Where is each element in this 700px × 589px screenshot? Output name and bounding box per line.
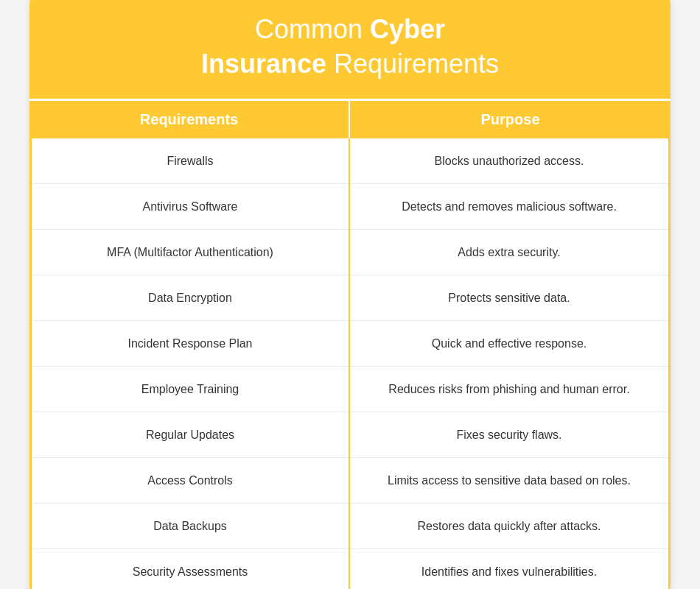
card-title: Common CyberInsurance Requirements xyxy=(59,13,641,82)
requirement-cell: Data Encryption xyxy=(32,275,349,321)
purposes-column: Blocks unauthorized access.Detects and r… xyxy=(350,138,668,589)
requirement-cell: Data Backups xyxy=(32,504,349,549)
purpose-cell: Limits access to sensitive data based on… xyxy=(350,458,668,504)
requirement-cell: Antivirus Software xyxy=(32,184,349,230)
purpose-cell: Detects and removes malicious software. xyxy=(350,184,668,230)
card-header: Common CyberInsurance Requirements xyxy=(29,0,671,99)
requirement-cell: Access Controls xyxy=(32,458,349,504)
purpose-cell: Protects sensitive data. xyxy=(350,275,668,321)
requirement-cell: Employee Training xyxy=(32,367,349,412)
purpose-cell: Blocks unauthorized access. xyxy=(350,138,668,184)
purpose-column-header: Purpose xyxy=(350,101,671,138)
purpose-cell: Restores data quickly after attacks. xyxy=(350,504,668,549)
table-header: Requirements Purpose xyxy=(29,99,671,138)
requirements-column-header: Requirements xyxy=(29,101,350,138)
requirement-cell: Security Assessments xyxy=(32,549,349,589)
requirement-cell: Firewalls xyxy=(32,138,349,184)
purpose-cell: Adds extra security. xyxy=(350,230,668,275)
requirement-cell: Incident Response Plan xyxy=(32,321,349,367)
requirement-cell: Regular Updates xyxy=(32,412,349,458)
purpose-cell: Identifies and fixes vulnerabilities. xyxy=(350,549,668,589)
purpose-cell: Quick and effective response. xyxy=(350,321,668,367)
purpose-cell: Fixes security flaws. xyxy=(350,412,668,458)
main-card: Common CyberInsurance Requirements Requi… xyxy=(29,0,671,589)
requirements-column: FirewallsAntivirus SoftwareMFA (Multifac… xyxy=(32,138,350,589)
purpose-cell: Reduces risks from phishing and human er… xyxy=(350,367,668,412)
table-body: FirewallsAntivirus SoftwareMFA (Multifac… xyxy=(29,138,671,589)
requirement-cell: MFA (Multifactor Authentication) xyxy=(32,230,349,275)
